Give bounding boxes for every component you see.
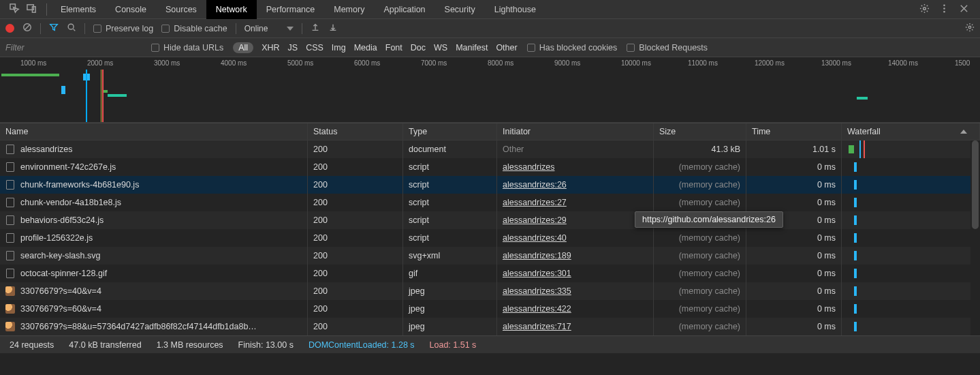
tab-console[interactable]: Console	[106, 0, 156, 19]
initiator-link[interactable]: alessandrizes:301	[503, 269, 571, 278]
close-icon[interactable]	[959, 3, 969, 16]
clear-icon[interactable]	[22, 22, 32, 34]
preserve-log-checkbox[interactable]: Preserve log	[93, 24, 153, 33]
cell-type: gif	[403, 265, 497, 282]
filter-media[interactable]: Media	[354, 43, 377, 52]
filter-icon[interactable]	[49, 22, 59, 34]
request-name: 33076679?s=88&u=57364d7427adfb86f82cf471…	[20, 322, 257, 331]
svg-point-2	[923, 7, 926, 10]
initiator-link[interactable]: alessandrizes:27	[503, 198, 567, 207]
initiator-link[interactable]: alessandrizes:422	[503, 304, 571, 314]
tab-memory[interactable]: Memory	[324, 0, 374, 19]
tab-application[interactable]: Application	[374, 0, 434, 19]
initiator-link[interactable]: alessandrizes:189	[503, 251, 571, 260]
separator	[302, 23, 302, 34]
tab-security[interactable]: Security	[435, 0, 485, 19]
sort-ascending-icon	[960, 130, 967, 134]
col-header-status[interactable]: Status	[308, 123, 403, 140]
table-row[interactable]: alessandrizes200documentOther41.3 kB1.01…	[0, 140, 980, 158]
sb-domcontentloaded: DOMContentLoaded: 1.28 s	[309, 340, 415, 350]
tab-lighthouse[interactable]: Lighthouse	[485, 0, 546, 19]
vertical-scrollbar[interactable]	[970, 140, 980, 335]
tab-sources[interactable]: Sources	[156, 0, 206, 19]
hide-data-urls-checkbox[interactable]: Hide data URLs	[151, 43, 223, 52]
disable-cache-label: Disable cache	[174, 24, 227, 33]
cell-time: 0 ms	[746, 300, 842, 318]
table-row[interactable]: 33076679?s=88&u=57364d7427adfb86f82cf471…	[0, 318, 980, 335]
resource-type-filters: All XHRJSCSSImgMediaFontDocWSManifestOth…	[233, 42, 517, 53]
initiator-link[interactable]: alessandrizes:40	[503, 233, 567, 243]
timeline-tick: 4000 ms	[221, 59, 247, 67]
filter-doc[interactable]: Doc	[411, 43, 426, 52]
timeline-ruler: 1000 ms2000 ms3000 ms4000 ms5000 ms6000 …	[0, 57, 980, 70]
filter-css[interactable]: CSS	[306, 43, 323, 52]
throttling-select[interactable]: Online	[244, 24, 294, 33]
col-header-name[interactable]: Name	[0, 123, 308, 140]
upload-icon[interactable]	[311, 22, 320, 34]
filter-img[interactable]: Img	[332, 43, 346, 52]
request-name: behaviors-d6f53c24.js	[20, 215, 104, 225]
throttling-value: Online	[244, 24, 268, 33]
file-icon	[5, 268, 15, 279]
initiator-link[interactable]: alessandrizes:717	[503, 322, 571, 331]
device-toolbar-icon[interactable]	[27, 3, 37, 16]
table-row[interactable]: chunk-frameworks-4b681e90.js200scriptale…	[0, 176, 980, 194]
initiator-link[interactable]: alessandrizes:26	[503, 180, 567, 190]
blocked-cookies-checkbox[interactable]: Has blocked cookies	[527, 43, 618, 52]
cell-status: 200	[308, 318, 403, 335]
settings-icon[interactable]	[919, 3, 930, 16]
request-name: chunk-frameworks-4b681e90.js	[20, 180, 139, 190]
table-row[interactable]: search-key-slash.svg200svg+xmlalessandri…	[0, 247, 980, 265]
filter-manifest[interactable]: Manifest	[456, 43, 488, 52]
blocked-cookies-label: Has blocked cookies	[539, 43, 618, 52]
col-header-time[interactable]: Time	[746, 123, 842, 140]
filter-xhr[interactable]: XHR	[262, 43, 279, 52]
disable-cache-checkbox[interactable]: Disable cache	[161, 24, 227, 33]
col-header-type[interactable]: Type	[403, 123, 497, 140]
col-header-waterfall[interactable]: Waterfall	[842, 123, 980, 140]
tab-performance[interactable]: Performance	[257, 0, 325, 19]
network-overview-timeline[interactable]: 1000 ms2000 ms3000 ms4000 ms5000 ms6000 …	[0, 57, 980, 123]
tab-network[interactable]: Network	[206, 0, 257, 19]
cell-size: (memory cache)	[654, 282, 746, 300]
table-row[interactable]: octocat-spinner-128.gif200gifalessandriz…	[0, 265, 980, 282]
file-icon	[5, 250, 15, 261]
table-row[interactable]: chunk-vendor-4a18b1e8.js200scriptalessan…	[0, 194, 980, 211]
timeline-tick: 12000 ms	[755, 59, 785, 67]
file-icon	[5, 197, 15, 208]
initiator-link[interactable]: alessandrizes:335	[503, 286, 571, 296]
col-header-size[interactable]: Size	[654, 123, 746, 140]
cell-time: 0 ms	[746, 176, 842, 194]
search-icon[interactable]	[67, 22, 76, 34]
cell-waterfall	[842, 247, 980, 265]
filter-other[interactable]: Other	[496, 43, 517, 52]
record-button[interactable]	[5, 24, 14, 33]
inspect-element-icon[interactable]	[10, 3, 20, 16]
filter-ws[interactable]: WS	[434, 43, 447, 52]
cell-time: 0 ms	[746, 194, 842, 211]
download-icon[interactable]	[328, 22, 338, 34]
cell-status: 200	[308, 211, 403, 229]
initiator-link[interactable]: alessandrizes	[503, 162, 554, 172]
table-row[interactable]: 33076679?s=40&v=4200jpegalessandrizes:33…	[0, 282, 980, 300]
initiator-link[interactable]: alessandrizes:29	[503, 215, 567, 225]
cell-time: 0 ms	[746, 229, 842, 247]
table-row[interactable]: 33076679?s=60&v=4200jpegalessandrizes:42…	[0, 300, 980, 318]
panel-settings-icon[interactable]	[965, 22, 975, 34]
sb-finish: Finish: 13.00 s	[238, 340, 294, 350]
table-row[interactable]: environment-742c267e.js200scriptalessand…	[0, 158, 980, 176]
cell-waterfall	[842, 211, 980, 229]
tab-elements[interactable]: Elements	[51, 0, 106, 19]
filter-all[interactable]: All	[233, 42, 253, 53]
table-row[interactable]: behaviors-d6f53c24.js200scriptalessandri…	[0, 211, 980, 229]
request-name: environment-742c267e.js	[20, 162, 116, 172]
filter-font[interactable]: Font	[385, 43, 402, 52]
file-icon	[5, 232, 15, 243]
filter-js[interactable]: JS	[288, 43, 298, 52]
filter-input[interactable]: Filter	[5, 43, 142, 52]
col-header-initiator[interactable]: Initiator	[497, 123, 654, 140]
blocked-requests-checkbox[interactable]: Blocked Requests	[627, 43, 708, 52]
kebab-menu-icon[interactable]	[939, 3, 949, 16]
cell-time: 0 ms	[746, 282, 842, 300]
table-row[interactable]: profile-1256322e.js200scriptalessandrize…	[0, 229, 980, 247]
